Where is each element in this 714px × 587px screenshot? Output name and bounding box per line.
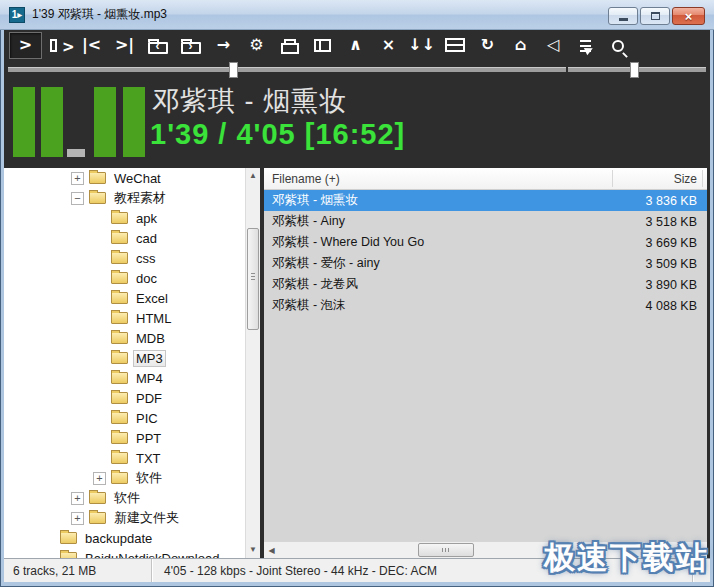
tree-item-label: backupdate [82,530,155,547]
tree-item-Excel[interactable]: Excel [4,288,245,308]
column-filename[interactable]: Filename (+) [272,172,340,186]
tree-item-HTML[interactable]: HTML [4,308,245,328]
expand-icon[interactable]: + [93,472,106,485]
seek-slider-thumb[interactable] [229,62,238,78]
tree-item-label: 软件 [133,468,165,488]
horizontal-split-icon [445,38,465,52]
file-list: Filename (+) Size 邓紫琪 - 烟熏妆3 836 KB邓紫棋 -… [264,168,707,558]
tree-item-软件[interactable]: +软件 [4,488,245,508]
tree-item-label: 新建文件夹 [111,508,182,528]
track-title: 邓紫琪 - 烟熏妆 [152,83,347,119]
file-row[interactable]: 邓紫棋 - Where Did You Go3 669 KB [264,232,707,253]
home-icon: ⌂ [515,37,526,53]
play-pause-button[interactable] [42,32,75,59]
titlebar[interactable]: 1▸ 1'39 邓紫琪 - 烟熏妆.mp3 × [0,0,714,30]
file-name: 邓紫琪 - 烟熏妆 [264,192,646,209]
tree-item-label: apk [133,210,160,227]
next-track-button[interactable]: >| [108,32,141,59]
tree-item-label: MP3 [133,350,166,367]
volume-slider-thumb[interactable] [630,62,639,78]
tree-item-MDB[interactable]: MDB [4,328,245,348]
tree-item-label: TXT [133,450,164,467]
tree-item-label: MDB [133,330,168,347]
file-size: 3 890 KB [646,278,707,292]
minimize-button[interactable] [608,7,638,25]
tree-item-label: PIC [133,410,161,427]
file-size: 3 669 KB [646,236,707,250]
tree-item-WeChat[interactable]: +WeChat [4,168,245,188]
home-button[interactable]: ⌂ [504,32,537,59]
folder-forward-button[interactable] [174,32,207,59]
repeat-button[interactable]: ↻ [471,32,504,59]
seek-slider[interactable] [8,67,566,72]
file-list-header[interactable]: Filename (+) Size [264,168,707,190]
tree-item-label: BaiduNetdiskDownload [82,550,222,559]
tree-item-doc[interactable]: doc [4,268,245,288]
search-magnifier-button[interactable] [603,32,636,59]
tree-item-apk[interactable]: apk [4,208,245,228]
hscrollbar-thumb[interactable] [418,543,474,557]
close-button[interactable]: × [672,7,705,25]
tree-item-label: Excel [133,290,171,307]
tree-item-MP3[interactable]: MP3 [4,348,245,368]
window-body: >|<>|→⚙∧×↓↓↻⌂◁ 邓紫琪 - 烟熏妆 1'39 / 4'05 [16… [4,30,710,582]
tree-scrollbar[interactable]: ▲ ▼ [245,168,260,558]
file-row[interactable]: 邓紫棋 - 爱你 - ainy3 509 KB [264,253,707,274]
tree-item-label: css [133,250,159,267]
folder-icon [111,372,128,384]
close-icon: × [685,10,693,23]
content-area: +WeChat−教程素材apkcadcssdocExcelHTMLMDBMP3M… [4,168,710,558]
tree-item-BaiduNetdiskDownload[interactable]: BaiduNetdiskDownload [4,548,245,558]
horizontal-split-button[interactable] [438,32,471,59]
file-row[interactable]: 邓紫棋 - 泡沫4 088 KB [264,295,707,316]
expand-icon[interactable]: + [71,172,84,185]
file-row[interactable]: 邓紫琪 - 烟熏妆3 836 KB [264,190,707,211]
tree-item-backupdate[interactable]: backupdate [4,528,245,548]
tree-item-css[interactable]: css [4,248,245,268]
file-row[interactable]: 邓紫棋 - Ainy3 518 KB [264,211,707,232]
window-title: 1'39 邓紫琪 - 烟熏妆.mp3 [32,6,167,23]
previous-track-button[interactable]: |< [75,32,108,59]
scroll-up-icon[interactable]: ▲ [246,168,260,184]
tree-item-label: MP4 [133,370,166,387]
window-mode-icon [281,43,299,54]
repeat-icon: ↻ [481,37,494,53]
tree-item-新建文件夹[interactable]: +新建文件夹 [4,508,245,528]
column-divider [612,170,613,187]
file-size: 3 509 KB [646,257,707,271]
collapse-up-button[interactable]: ∧ [339,32,372,59]
maximize-button[interactable] [640,7,670,25]
tree-item-软件[interactable]: +软件 [4,468,245,488]
column-size[interactable]: Size [674,172,697,186]
follow-arrow-button[interactable]: → [207,32,240,59]
tree-scrollbar-thumb[interactable] [247,228,259,330]
expand-icon[interactable]: + [71,512,84,525]
tree-item-MP4[interactable]: MP4 [4,368,245,388]
folder-back-button[interactable] [141,32,174,59]
tree-item-教程素材[interactable]: −教程素材 [4,188,245,208]
folder-icon [111,412,128,424]
close-x-button[interactable]: × [372,32,405,59]
tree-item-PPT[interactable]: PPT [4,428,245,448]
tree-item-TXT[interactable]: TXT [4,448,245,468]
volume-slider[interactable] [568,67,706,72]
file-row[interactable]: 邓紫棋 - 龙卷风3 890 KB [264,274,707,295]
tree-item-label: WeChat [111,170,164,187]
tree-item-PDF[interactable]: PDF [4,388,245,408]
panel-split-button[interactable] [306,32,339,59]
tree-item-PIC[interactable]: PIC [4,408,245,428]
folder-back-icon [148,42,168,54]
scroll-down-icon[interactable]: ▼ [246,542,260,558]
play-button[interactable]: > [9,32,42,59]
tree-item-cad[interactable]: cad [4,228,245,248]
vu-meter-bar [123,87,145,157]
expand-icon[interactable]: + [71,492,84,505]
settings-gear-button[interactable]: ⚙ [240,32,273,59]
collapse-icon[interactable]: − [71,192,84,205]
sort-down-button[interactable]: ↓↓ [405,32,438,59]
window-mode-button[interactable] [273,32,306,59]
scroll-left-icon[interactable]: ◀ [264,542,279,558]
playlist-cursor-button[interactable] [570,32,603,59]
volume-speaker-button[interactable]: ◁ [537,32,570,59]
folder-icon [111,472,128,484]
